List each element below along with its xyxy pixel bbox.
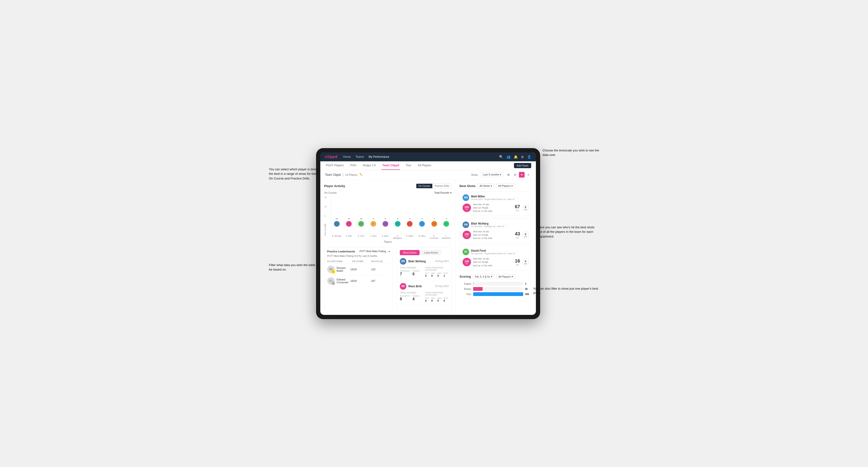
edit-icon[interactable]: ✏️ [360, 173, 363, 176]
active-player-card-1: BM Blair McHarg 26 Aug 2023 Total Rounds [400, 258, 448, 280]
team-header: Team Clippd | 14 Players ✏️ Show: Last 3… [320, 170, 536, 180]
shot-badge-2: 200 SG [463, 231, 471, 239]
leaderboard-header: PLAYER NAME PB SCORE PB AVG SQ [327, 259, 390, 264]
timescale-select[interactable]: Last 3 months ▾ [481, 172, 503, 177]
scoring-val-eagles: 3 [525, 283, 532, 285]
avatar-3: DF [358, 221, 364, 227]
shot-player-header-3: DF David Ford 24 Aug 2023 · Royal North … [463, 249, 529, 255]
shot-info-1: Shot Dist: 67 yds Start Lie: Rough End L… [473, 203, 513, 213]
bar-group-8: 3 MM [416, 220, 427, 227]
tab-most-active[interactable]: Most Active [400, 250, 420, 255]
player-activity-header: Player Activity On Course Practice Drill… [324, 184, 452, 188]
nav-link-performance[interactable]: My Performance [368, 155, 389, 158]
shot-player-header-1: MM Matt Miller 09 Jun 2023 · Royal North… [463, 194, 529, 201]
tab-least-active[interactable]: Least Active [421, 250, 441, 255]
bar-group-1: 13 BM [331, 220, 342, 227]
sub-nav-team[interactable]: Team Clippd [381, 161, 400, 170]
shot-details-2: 200 SG Shot Dist: 43 yds Start Lie: Roug… [463, 230, 529, 240]
shot-card-3[interactable]: DF David Ford 24 Aug 2023 · Royal North … [460, 246, 532, 270]
chart-on-course-label: On Course [324, 191, 337, 194]
activity-toggle-group: On Course Practice Drills [416, 184, 452, 188]
nav-logo: clippd [325, 155, 338, 159]
avatar-8: MM [419, 221, 425, 227]
toggle-on-course[interactable]: On Course [416, 184, 432, 188]
add-team-button[interactable]: Add Team [514, 163, 531, 168]
sub-nav-all[interactable]: All Players [417, 161, 432, 170]
best-shots-title: Best Shots [460, 184, 475, 188]
active-avatar-2: RB [400, 283, 406, 290]
view-heart[interactable]: ♥ [519, 172, 525, 178]
chevron-down-icon: ▾ [389, 250, 390, 253]
scoring-label-eagles: Eagles [460, 283, 471, 285]
top-nav: clippd Home Teams My Performance 🔍 👥 🔔 ⊕… [320, 152, 536, 161]
scoring-title: Scoring [460, 275, 471, 278]
plus-icon[interactable]: ⊕ [521, 155, 524, 159]
scoring-par-filter[interactable]: Par 3, 4 & 5s ▾ [473, 274, 494, 279]
view-list[interactable]: ≡ [526, 172, 531, 178]
rank-badge-1: 1 [331, 270, 335, 274]
sub-nav: PGAT Players PGA Hcaps 1-5 Team Clippd T… [320, 161, 536, 170]
y-axis: 15 10 5 0 [324, 196, 327, 227]
shot-card-1[interactable]: MM Matt Miller 09 Jun 2023 · Royal North… [460, 191, 532, 216]
x-axis-label: Players [324, 241, 452, 243]
nav-link-home[interactable]: Home [343, 155, 351, 158]
shot-avatar-3: DF [463, 249, 469, 255]
active-tabs: Most Active Least Active [400, 250, 448, 255]
users-icon[interactable]: 👥 [506, 155, 510, 159]
player-activity-title: Player Activity [324, 184, 345, 188]
active-player-header-1: BM Blair McHarg 26 Aug 2023 [400, 258, 448, 264]
scoring-track-birdies [473, 287, 523, 291]
scoring-row-eagles: Eagles 3 [460, 282, 532, 286]
sub-nav-hcaps[interactable]: Hcaps 1-5 [362, 161, 377, 170]
shot-name-3: David Ford [471, 249, 515, 252]
practice-section: Practice Leaderboards PUTT Must Make Put… [324, 247, 393, 311]
nav-link-teams[interactable]: Teams [355, 155, 364, 158]
practice-header: Practice Leaderboards PUTT Must Make Put… [327, 250, 390, 253]
shot-card-2[interactable]: BM Blair McHarg 23 Jul 2023 · Ashridge G… [460, 218, 532, 243]
annotation-right-bottom: You can also filter to show just one pla… [533, 286, 599, 295]
annotation-bottom-left: Filter what data you wish the table to b… [269, 263, 321, 272]
sub-nav-tour[interactable]: Tour [405, 161, 412, 170]
avatar-icon[interactable]: 👤 [527, 155, 531, 159]
scoring-track-pars [473, 292, 523, 296]
sub-nav-pga[interactable]: PGA [349, 161, 357, 170]
all-players-filter[interactable]: All Players ▾ [496, 184, 515, 188]
bar-chart-wrapper: Total Rounds 15 10 5 0 13 [324, 196, 452, 243]
leaderboard-row-1[interactable]: RB 1 Richard Butler 19/20 110 [327, 264, 390, 275]
best-shots-section: Best Shots All Shots ▾ All Players ▾ [460, 184, 532, 271]
stat-block-rounds-1: Total Rounds Tournament 7 Practice [400, 267, 423, 277]
shot-stat-zero-1: 0 yds [522, 204, 529, 211]
team-title: Team Clippd | 14 Players ✏️ [325, 173, 363, 177]
active-player-info-1: BM Blair McHarg [400, 258, 426, 264]
page-wrapper: Choose the timescale you wish to see the… [269, 148, 599, 319]
active-player-info-2: RB Rees Britt [400, 283, 422, 290]
bell-icon[interactable]: 🔔 [514, 155, 518, 159]
view-grid-large[interactable]: ⊞ [506, 172, 512, 178]
shot-info-2: Shot Dist: 43 yds Start Lie: Rough End L… [473, 230, 513, 240]
bar-group-9: 2 EC [429, 220, 440, 227]
all-shots-filter[interactable]: All Shots ▾ [477, 184, 494, 188]
scoring-label-pars: Pars [460, 293, 471, 295]
bar-group-10: 2 LR [441, 220, 452, 227]
view-grid-small[interactable]: ⊟ [512, 172, 518, 178]
shot-player-header-2: BM Blair McHarg 23 Jul 2023 · Ashridge G… [463, 221, 529, 228]
practice-title: Practice Leaderboards [327, 250, 355, 253]
left-panel: Player Activity On Course Practice Drill… [320, 180, 456, 315]
shot-details-1: 200 SG Shot Dist: 67 yds Start Lie: Roug… [463, 203, 529, 213]
scoring-chart: Eagles 3 Birdies [460, 282, 532, 296]
practice-dropdown[interactable]: PUTT Must Make Putting... ▾ [360, 250, 390, 253]
main-content: Player Activity On Course Practice Drill… [320, 180, 536, 315]
player-info-1: RB 1 Richard Butler [327, 266, 348, 273]
scoring-fill-pars [473, 292, 523, 296]
search-icon[interactable]: 🔍 [499, 155, 503, 159]
shot-details-3: 198 SG Shot Dist: 16 yds Start Lie: Roug… [463, 257, 529, 267]
avatar-5: EE [382, 221, 388, 227]
scoring-players-filter[interactable]: All Players ▾ [496, 274, 515, 279]
chart-dropdown[interactable]: Total Rounds ▾ [434, 191, 452, 194]
nav-links: Home Teams My Performance [343, 155, 389, 158]
leaderboard-row-2[interactable]: EC 2 Edward Crossman 18/20 107 [327, 275, 390, 287]
avatar-2: RB [346, 221, 352, 227]
bar-group-6: 4 OB [392, 220, 403, 227]
toggle-practice[interactable]: Practice Drills [432, 184, 452, 188]
sub-nav-pgat[interactable]: PGAT Players [325, 161, 345, 170]
